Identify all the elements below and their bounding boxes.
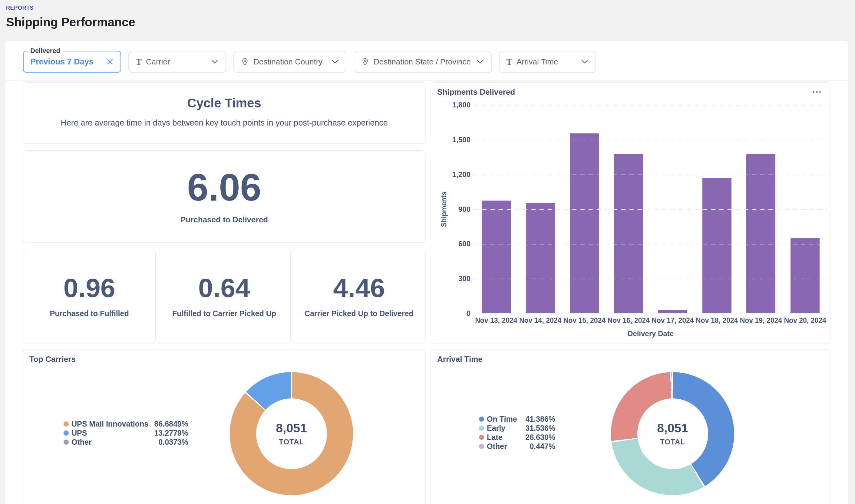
legend-item[interactable]: Other0.447% [479, 442, 555, 451]
y-tick-label: 1,200 [452, 170, 471, 179]
purchased-to-delivered-card: 6.06 Purchased to Delivered [23, 150, 425, 242]
arrival-time-donut-chart[interactable]: 8,051 TOTAL [611, 372, 734, 495]
legend-item[interactable]: Early31.536% [479, 424, 555, 433]
top-carriers-legend: UPS Mail Innovations86.6849%UPS13.2779%O… [64, 419, 188, 447]
shipments-delivered-title: Shipments Delivered [437, 87, 825, 97]
legend-item[interactable]: On Time41.386% [479, 414, 555, 424]
filter-chip-destination-state-label: Destination State / Province [373, 57, 471, 67]
text-icon: T [136, 57, 142, 66]
purchased-to-delivered-label: Purchased to Delivered [180, 215, 268, 224]
legend-dot-icon [479, 417, 484, 422]
bar-slot [695, 105, 739, 313]
metric-label: Purchased to Fulfilled [50, 309, 129, 318]
legend-item[interactable]: Late26.630% [479, 433, 555, 442]
legend-percentage: 0.0373% [158, 438, 188, 447]
chevron-down-icon [210, 57, 219, 66]
y-tick-label: 0 [467, 309, 471, 318]
more-dots-icon [816, 91, 818, 93]
bar[interactable] [614, 154, 643, 313]
y-axis-ticks: 03006009001,2001,5001,800 [451, 105, 474, 313]
legend-dot-icon [479, 435, 484, 440]
bar-plot [474, 105, 827, 313]
gridline [474, 105, 827, 106]
breadcrumb[interactable]: REPORTS [6, 5, 34, 11]
donut-center: 8,051 TOTAL [637, 398, 708, 469]
filter-chip-destination-state[interactable]: Destination State / Province [354, 51, 492, 73]
legend-percentage: 26.630% [525, 433, 555, 442]
filter-chip-destination-country[interactable]: Destination Country [233, 51, 346, 73]
dashboard-grid: Cycle Times Here are average time in day… [5, 81, 848, 504]
page: REPORTS Shipping Performance Delivered P… [0, 0, 855, 504]
x-axis-title: Delivery Date [474, 329, 827, 338]
bar-chart: Shipments 03006009001,2001,5001,800 [437, 105, 825, 313]
filter-chip-carrier[interactable]: T Carrier [128, 51, 226, 73]
more-dots-icon [813, 91, 815, 93]
x-tick-label: Nov 19, 2024 [739, 317, 783, 325]
metric-row: 0.96 Purchased to Fulfilled 0.64 Fulfill… [23, 249, 425, 343]
gridline [474, 278, 827, 279]
legend-percentage: 41.386% [525, 415, 555, 424]
bar-slot [783, 105, 827, 313]
legend-item[interactable]: Other0.0373% [64, 437, 188, 447]
legend-dot-icon [64, 439, 69, 445]
gridline [474, 209, 827, 210]
page-header: REPORTS Shipping Performance [0, 0, 855, 29]
top-carriers-donut-chart[interactable]: 8,051 TOTAL [230, 372, 353, 495]
top-carriers-card: Top Carriers UPS Mail Innovations86.6849… [23, 349, 425, 504]
bar-slot [474, 105, 518, 313]
legend-item[interactable]: UPS13.2779% [64, 428, 188, 437]
legend-label: Early [487, 424, 505, 433]
gridline [474, 244, 827, 245]
legend-percentage: 0.447% [529, 442, 555, 451]
donut-center: 8,051 TOTAL [256, 398, 327, 469]
bar[interactable] [790, 238, 820, 313]
text-icon: T [506, 57, 512, 66]
filter-chip-arrival-time[interactable]: T Arrival Time [499, 51, 596, 73]
legend-label: UPS [71, 429, 87, 437]
y-axis-title: Shipments [437, 105, 451, 313]
metric-value: 4.46 [333, 275, 385, 301]
bar[interactable] [702, 178, 731, 313]
bar[interactable] [746, 154, 775, 313]
content-panel: Delivered Previous 7 Days T Carrier Dest… [5, 41, 848, 504]
y-tick-label: 600 [458, 239, 471, 248]
legend-label: Late [487, 433, 502, 442]
top-carriers-title: Top Carriers [29, 355, 425, 364]
bar[interactable] [570, 133, 599, 313]
more-menu-button[interactable] [812, 90, 822, 94]
y-tick-label: 1,500 [452, 136, 471, 144]
cycle-times-subtitle: Here are average time in days between ke… [23, 118, 425, 128]
filter-bar: Delivered Previous 7 Days T Carrier Dest… [5, 41, 848, 81]
x-tick-label: Nov 18, 2024 [695, 317, 739, 325]
bar[interactable] [526, 203, 555, 313]
x-tick-label: Nov 17, 2024 [651, 317, 695, 325]
bars [474, 105, 827, 313]
legend-percentage: 13.2779% [154, 429, 188, 437]
legend-dot-icon [479, 426, 484, 431]
legend-item[interactable]: UPS Mail Innovations86.6849% [64, 419, 188, 428]
shipments-delivered-card: Shipments Delivered Shipments 0300600900… [431, 82, 831, 343]
y-tick-label: 900 [458, 205, 471, 214]
arrival-time-title: Arrival Time [437, 355, 830, 364]
bar-slot [651, 105, 695, 313]
legend-dot-icon [64, 421, 69, 427]
bar-slot [518, 105, 562, 313]
bar[interactable] [482, 201, 511, 313]
close-icon[interactable] [106, 58, 114, 66]
metric-label: Fulfilled to Carrier Picked Up [172, 309, 276, 318]
legend-label: UPS Mail Innovations [71, 419, 149, 428]
bar[interactable] [658, 310, 687, 313]
donut-total-value: 8,051 [276, 421, 307, 435]
legend-label: On Time [487, 415, 517, 424]
location-pin-icon [361, 57, 369, 66]
bar-slot [739, 105, 783, 313]
location-pin-icon [241, 57, 249, 66]
legend-percentage: 31.536% [525, 424, 555, 433]
metric-value: 0.96 [64, 275, 115, 301]
x-tick-label: Nov 20, 2024 [783, 317, 827, 325]
cycle-times-card: Cycle Times Here are average time in day… [23, 82, 425, 144]
filter-chip-delivered[interactable]: Delivered Previous 7 Days [23, 51, 121, 73]
x-tick-label: Nov 14, 2024 [518, 317, 562, 325]
filter-chip-delivered-label: Delivered [28, 47, 63, 55]
x-tick-label: Nov 13, 2024 [474, 317, 518, 325]
